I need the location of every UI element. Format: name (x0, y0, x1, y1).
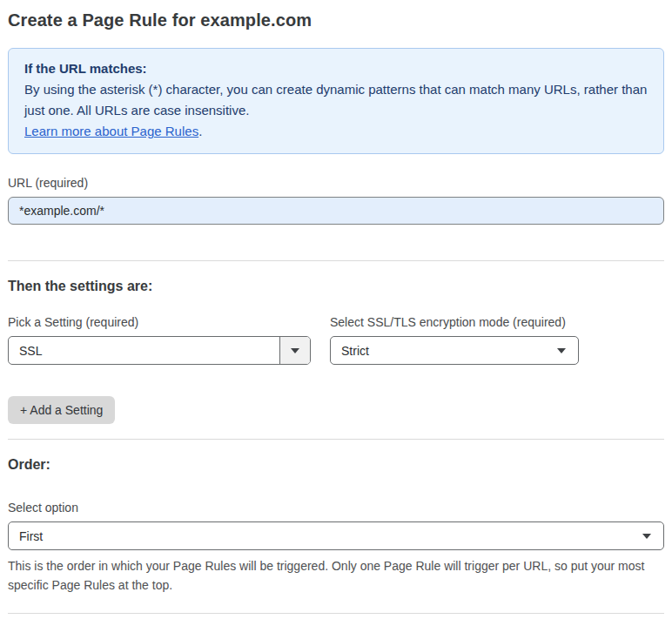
info-callout-link-line: Learn more about Page Rules. (24, 121, 648, 142)
learn-more-link[interactable]: Learn more about Page Rules (24, 124, 198, 138)
ssl-mode-label: Select SSL/TLS encryption mode (required… (330, 315, 579, 329)
setting-picker-label: Pick a Setting (required) (8, 315, 311, 329)
ssl-mode-select[interactable]: Strict (330, 336, 579, 365)
settings-section-heading: Then the settings are: (8, 279, 664, 294)
caret-down-icon (291, 348, 299, 353)
section-divider (8, 613, 664, 614)
info-callout-body: By using the asterisk (*) character, you… (24, 79, 648, 121)
url-input[interactable] (8, 197, 664, 225)
url-field-label: URL (required) (8, 176, 664, 190)
page-rule-form: Create a Page Rule for example.com If th… (0, 0, 672, 619)
order-select-value: First (19, 529, 43, 543)
info-callout-heading: If the URL matches: (24, 58, 648, 79)
caret-down-icon (557, 348, 566, 353)
settings-row: Pick a Setting (required) SSL Select SSL… (8, 315, 664, 365)
ssl-mode-group: Select SSL/TLS encryption mode (required… (330, 315, 579, 365)
link-period: . (198, 124, 202, 138)
section-divider (8, 260, 664, 261)
setting-picker-group: Pick a Setting (required) SSL (8, 315, 311, 365)
order-section-heading: Order: (8, 457, 664, 473)
setting-picker-select[interactable]: SSL (8, 336, 311, 365)
order-select[interactable]: First (8, 521, 664, 550)
setting-picker-arrow-button[interactable] (279, 337, 310, 364)
order-help-text: This is the order in which your Page Rul… (8, 556, 664, 595)
section-divider (8, 439, 664, 440)
ssl-mode-value: Strict (341, 344, 369, 358)
setting-picker-value: SSL (9, 337, 279, 364)
add-setting-button[interactable]: + Add a Setting (8, 396, 115, 424)
page-title: Create a Page Rule for example.com (8, 10, 664, 30)
url-match-info-callout: If the URL matches: By using the asteris… (8, 48, 664, 154)
order-select-label: Select option (8, 501, 664, 515)
caret-down-icon (642, 534, 651, 539)
